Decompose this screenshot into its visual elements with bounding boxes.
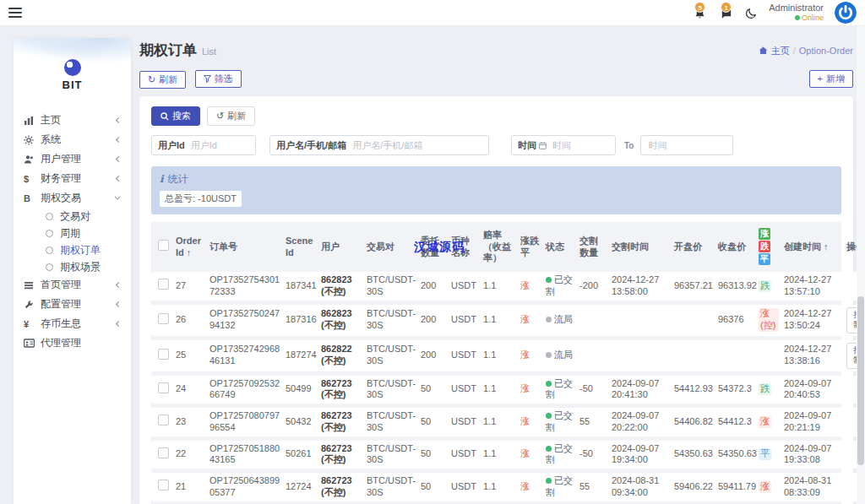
scrollbar-thumb[interactable] [857,296,864,465]
radio-icon [46,247,53,254]
sidebar-item-home[interactable]: 主页 [14,111,131,130]
sidebar-item-system[interactable]: 系统 [14,130,131,149]
cell-scene-id: 50499 [283,376,318,404]
cell-coin: USDT [449,340,481,371]
cell-close-price: 59411.79 [715,473,756,501]
time-start-input[interactable] [552,136,605,154]
cell-direction: 涨 [518,408,543,436]
info-icon: i [160,173,164,185]
time-label: 时间 [512,139,552,152]
message-center[interactable]: 1 [719,5,734,20]
sidebar: BIT 主页 系统 用户管理 $ 财务管理 B 期权交易 交易对 周期 期权 [14,38,131,504]
cell-order-id: 27 [173,272,207,301]
sidebar-item-users[interactable]: 用户管理 [14,149,131,169]
cell-amount: 50 [418,473,449,501]
reset-button[interactable]: ↺刷新 [207,106,255,126]
menu-toggle-icon[interactable] [8,8,22,18]
cell-order-id: 23 [173,408,207,436]
cell-settle-time: 2024-09-07 20:22:00 [609,408,672,436]
filter-button[interactable]: 筛选 [195,70,242,88]
cell-direction: 涨 [518,473,543,501]
sidebar-item-coin-interest[interactable]: ¥ 存币生息 [14,314,131,333]
cell-amount: 50 [418,441,449,469]
breadcrumb-home[interactable]: 主页 [771,45,790,57]
cell-amount: 200 [418,305,449,336]
cell-pair: BTC/USDT-30S [364,305,418,336]
radio-icon [46,230,53,237]
row-checkbox[interactable] [158,279,169,290]
cell-open-price: 96357.21 [672,272,715,301]
col-header-order-no: 订单号 [207,226,283,268]
radio-icon [46,263,53,271]
status-dot-icon [546,381,552,387]
col-header-created[interactable]: 创建时间 ↑ [781,226,844,268]
row-checkbox[interactable] [158,447,169,458]
col-header-status: 状态 [543,226,577,268]
page-title: 期权订单List [139,41,216,60]
add-button[interactable]: +新增 [809,70,853,88]
notification-bell[interactable]: 5 [693,5,708,20]
status-dot-icon [546,478,552,484]
cell-close-price: 96313.92 [715,272,756,301]
cell-odds: 1.1 [481,305,518,336]
row-checkbox[interactable] [158,382,169,393]
cell-order-id: 21 [173,473,207,501]
user-name: Administrator [769,3,824,14]
cell-amount: 50 [418,408,449,436]
user-name-input[interactable] [352,136,479,154]
sidebar-subitem-option-orders[interactable]: 期权订单 [14,241,131,258]
row-checkbox[interactable] [158,415,169,425]
watermark: 汉城源码 [414,240,465,255]
cell-created: 2024-09-07 20:40:53 [781,376,844,404]
cell-result: 涨 [756,473,781,501]
cell-direction: 涨 [518,340,543,371]
gear-icon [24,135,41,145]
users-icon [24,154,41,165]
time-end-input[interactable] [640,135,733,155]
cell-select [151,441,173,469]
time-range-group: 时间 To [511,135,733,155]
user-avatar[interactable] [835,2,857,24]
cell-coin: USDT [449,305,481,336]
user-id-input[interactable] [191,136,247,154]
user-info[interactable]: Administrator Online [769,3,824,23]
total-pnl-badge: 总盈亏: -10USDT [160,191,242,207]
cell-pair: BTC/USDT-30S [364,441,418,469]
cell-created: 2024-09-07 20:21:19 [781,408,844,436]
refresh-button[interactable]: ↻刷新 [139,71,186,89]
sidebar-item-finance[interactable]: $ 财务管理 [14,169,131,188]
sidebar-subitem-trading-pairs[interactable]: 交易对 [14,208,131,225]
col-header-odds: 赔率（收益率） [481,226,518,268]
col-header-order-id[interactable]: Order Id ↑ [173,226,207,268]
dark-mode-toggle[interactable] [745,7,758,19]
sidebar-item-agent-mgmt[interactable]: 代理管理 [14,333,131,353]
page-scrollbar [857,26,865,504]
row-checkbox[interactable] [158,349,169,360]
sidebar-item-options-trading[interactable]: B 期权交易 [14,188,131,208]
sidebar-subitem-period[interactable]: 周期 [14,225,131,241]
cell-close-price: 54412.3 [715,408,756,436]
col-header-pair: 交易对 [364,226,418,268]
table-row: 23 OP1725708079796554 50432 862723(不控) B… [151,408,865,436]
col-header-result: 涨跌平 [756,226,781,268]
cell-created: 2024-12-27 13:38:16 [781,340,844,371]
sidebar-item-config-mgmt[interactable]: 配置管理 [14,295,131,314]
cell-select [151,408,173,436]
cell-status: 已交割 [543,473,577,501]
user-id-label: 用户Id [152,139,191,152]
cell-settle-time: 2024-09-07 19:34:00 [609,441,672,469]
row-checkbox[interactable] [158,480,169,490]
status-dot-icon [546,317,552,322]
search-button[interactable]: 搜索 [151,106,200,126]
cell-settle-time: 2024-08-31 09:34:00 [609,473,672,501]
sidebar-menu: 主页 系统 用户管理 $ 财务管理 B 期权交易 交易对 周期 期权订单 期权场… [14,104,131,353]
cell-odds: 1.1 [481,272,518,301]
table-row: 26 OP1735275024794132 187316 862823(不控) … [151,305,865,336]
status-dot-icon [546,446,552,452]
sidebar-item-homepage-mgmt[interactable]: 首页管理 [14,275,131,295]
row-checkbox[interactable] [158,313,169,324]
col-header-scene-id: Scene Id [283,226,318,268]
col-header-settle-time: 交割时间 [609,226,672,268]
sidebar-subitem-option-scenes[interactable]: 期权场景 [14,258,131,275]
select-all-checkbox[interactable] [158,240,169,251]
